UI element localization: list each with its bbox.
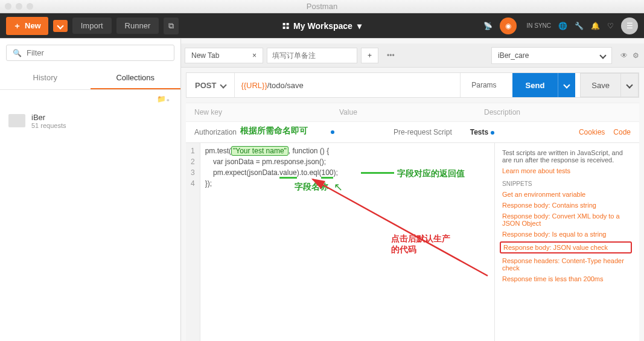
code-token: , function () { bbox=[289, 147, 329, 155]
filter-box[interactable]: 🔍 bbox=[6, 45, 174, 61]
code-line: var jsonData = pm.response.json(); bbox=[205, 158, 326, 166]
new-dropdown[interactable] bbox=[53, 20, 68, 32]
tab-label: New Tab bbox=[191, 51, 219, 60]
chevron-down-icon bbox=[626, 81, 633, 88]
snippet-item[interactable]: Response body: Is equal to a string bbox=[502, 231, 632, 238]
annotation-click-hint: 点击后默认生产 的代码 bbox=[391, 234, 450, 255]
header-desc-col[interactable]: Description bbox=[476, 108, 529, 116]
subtab-prerequest[interactable]: Pre-request Script bbox=[394, 128, 452, 136]
sync-badge[interactable]: ◉ bbox=[500, 18, 517, 34]
workspace-label: My Workspace bbox=[293, 21, 352, 31]
url-path: /todo/save bbox=[267, 81, 304, 90]
code-string: "Your test name" bbox=[231, 146, 289, 156]
chevron-down-icon bbox=[564, 81, 570, 88]
request-tab[interactable]: New Tab × bbox=[185, 48, 263, 63]
folder-icon bbox=[8, 114, 25, 127]
editor-wrap: 1234 pm.test("Your test name", function … bbox=[186, 143, 639, 341]
tab-collections[interactable]: Collections bbox=[91, 67, 181, 89]
satellite-icon[interactable]: 📡 bbox=[483, 22, 493, 30]
chevron-down-icon bbox=[220, 81, 227, 88]
sidebar: 🔍 History Collections 📁₊ iBer 51 request… bbox=[0, 39, 181, 341]
anno-line2: 的代码 bbox=[391, 244, 450, 255]
snippets-desc: Test scripts are written in JavaScript, … bbox=[502, 149, 632, 164]
code-token: pm.test( bbox=[205, 147, 231, 155]
note-input[interactable] bbox=[267, 48, 357, 63]
gear-icon[interactable]: ⚙ bbox=[633, 51, 639, 60]
line-gutter: 1234 bbox=[186, 143, 200, 341]
eye-icon[interactable]: 👁 bbox=[620, 51, 628, 60]
new-folder-button[interactable]: 📁₊ bbox=[0, 90, 180, 108]
chevron-down-icon bbox=[599, 52, 606, 59]
code-editor[interactable]: 1234 pm.test("Your test name", function … bbox=[186, 143, 494, 341]
search-icon: 🔍 bbox=[13, 49, 22, 57]
code-content[interactable]: pm.test("Your test name", function () { … bbox=[200, 143, 343, 341]
url-input[interactable]: {{URL}}/todo/save bbox=[235, 73, 460, 97]
subtab-tests[interactable]: Tests bbox=[470, 128, 494, 136]
snippet-item[interactable]: Get an environment variable bbox=[502, 191, 632, 198]
code-value: 100 bbox=[321, 168, 333, 179]
header-key-col[interactable]: New key bbox=[186, 108, 331, 116]
subtab-auth[interactable]: Authorization bbox=[194, 128, 237, 136]
chevron-down-icon: ▾ bbox=[357, 21, 362, 31]
params-button[interactable]: Params bbox=[460, 73, 507, 97]
dot-indicator bbox=[331, 130, 334, 134]
snippet-item[interactable]: Response body: Convert XML body to a JSO… bbox=[502, 212, 632, 227]
dot-indicator bbox=[491, 131, 494, 135]
snippets-panel: Test scripts are written in JavaScript, … bbox=[494, 143, 639, 341]
import-button[interactable]: Import bbox=[72, 18, 112, 34]
runner-button[interactable]: Runner bbox=[116, 18, 159, 34]
method-selector[interactable]: POST bbox=[187, 73, 235, 97]
send-dropdown[interactable] bbox=[558, 73, 575, 97]
code-token: pm.expect(jsonData. bbox=[205, 168, 279, 177]
cookies-link[interactable]: Cookies bbox=[579, 128, 605, 136]
learn-more-link[interactable]: Learn more about tests bbox=[502, 167, 632, 174]
filter-input[interactable] bbox=[27, 48, 168, 57]
heart-icon[interactable]: ♡ bbox=[607, 22, 614, 30]
workspace-selector[interactable]: My Workspace ▾ bbox=[282, 21, 362, 31]
new-window-icon[interactable]: ⧉ bbox=[164, 18, 179, 34]
code-line: }); bbox=[205, 179, 212, 188]
snippet-item[interactable]: Response headers: Content-Type header ch… bbox=[502, 257, 632, 272]
code-field: value bbox=[279, 168, 297, 179]
underline-connector bbox=[361, 172, 394, 174]
bell-icon[interactable]: 🔔 bbox=[591, 22, 600, 30]
annotation-field-value: 字段对应的返回值 bbox=[397, 168, 465, 179]
request-subtabs: Authorization 根据所需命名即可 Pre-request Scrip… bbox=[186, 122, 639, 143]
subtab-auth-label: Authorization bbox=[194, 128, 237, 136]
close-icon[interactable]: × bbox=[252, 51, 257, 60]
code-token: ).to.eql( bbox=[297, 168, 322, 177]
save-button[interactable]: Save bbox=[580, 73, 621, 97]
wrench-icon[interactable]: 🔧 bbox=[575, 22, 584, 30]
snippet-item[interactable]: Response body: Contains string bbox=[502, 202, 632, 209]
arrow-icon: ↖ bbox=[334, 180, 343, 194]
send-button[interactable]: Send bbox=[512, 73, 558, 97]
topbar: ＋ New Import Runner ⧉ My Workspace ▾ 📡 ◉… bbox=[0, 13, 644, 39]
header-value-col[interactable]: Value bbox=[331, 108, 476, 116]
collection-item[interactable]: iBer 51 requests bbox=[0, 108, 180, 134]
sync-label: IN SYNC bbox=[526, 22, 551, 29]
content: New Tab × + ••• iBer_care 👁 ⚙ POST {{URL… bbox=[181, 39, 644, 341]
window-title: Postman bbox=[0, 2, 644, 11]
url-variable: {{URL}} bbox=[241, 81, 267, 90]
titlebar: Postman bbox=[0, 0, 644, 13]
subtab-tests-label: Tests bbox=[470, 128, 488, 136]
avatar[interactable]: ☰ bbox=[621, 18, 638, 34]
save-dropdown[interactable] bbox=[621, 73, 639, 97]
new-button[interactable]: ＋ New bbox=[6, 17, 48, 35]
new-label: New bbox=[25, 21, 41, 30]
add-tab-button[interactable]: + bbox=[361, 48, 378, 63]
grid-icon bbox=[282, 23, 289, 29]
snippet-json-value-check[interactable]: Response body: JSON value check bbox=[500, 241, 632, 253]
plus-icon: ＋ bbox=[13, 21, 21, 31]
snippet-item[interactable]: Response time is less than 200ms bbox=[502, 275, 632, 282]
annotation-name-hint: 根据所需命名即可 bbox=[240, 126, 308, 136]
collection-name: iBer bbox=[31, 113, 66, 122]
sidebar-tabs: History Collections bbox=[0, 67, 180, 90]
tab-menu-button[interactable]: ••• bbox=[382, 48, 400, 63]
collection-count: 51 requests bbox=[31, 122, 66, 129]
code-token: ); bbox=[333, 168, 337, 177]
code-link[interactable]: Code bbox=[613, 128, 631, 136]
globe-icon[interactable]: 🌐 bbox=[558, 22, 567, 30]
tab-history[interactable]: History bbox=[0, 67, 91, 89]
environment-selector[interactable]: iBer_care bbox=[491, 47, 612, 64]
